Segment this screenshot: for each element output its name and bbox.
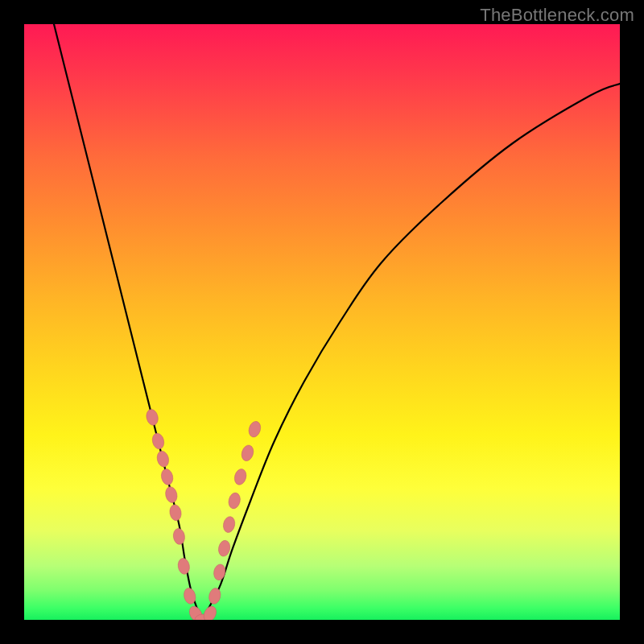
bead-marker	[201, 605, 218, 620]
bead-marker	[168, 504, 182, 522]
bead-marker	[213, 564, 227, 581]
bottleneck-curve-line	[54, 24, 620, 620]
bead-marker	[172, 527, 186, 545]
bead-marker	[177, 557, 191, 575]
bead-marker	[145, 408, 159, 427]
bead-marker	[240, 444, 255, 462]
bead-marker	[227, 492, 242, 510]
plot-area	[24, 24, 620, 620]
bead-marker	[155, 450, 170, 469]
bead-marker	[208, 587, 222, 605]
bead-marker	[217, 539, 232, 557]
bead-marker	[222, 515, 237, 533]
bead-marker	[151, 432, 166, 451]
bead-marker	[247, 420, 262, 439]
bead-marker	[160, 468, 175, 486]
bead-marker	[233, 468, 248, 486]
watermark-text: TheBottleneck.com	[480, 5, 634, 26]
chart-frame: TheBottleneck.com	[0, 0, 644, 644]
bottleneck-chart	[24, 24, 620, 620]
bead-marker	[164, 485, 179, 504]
